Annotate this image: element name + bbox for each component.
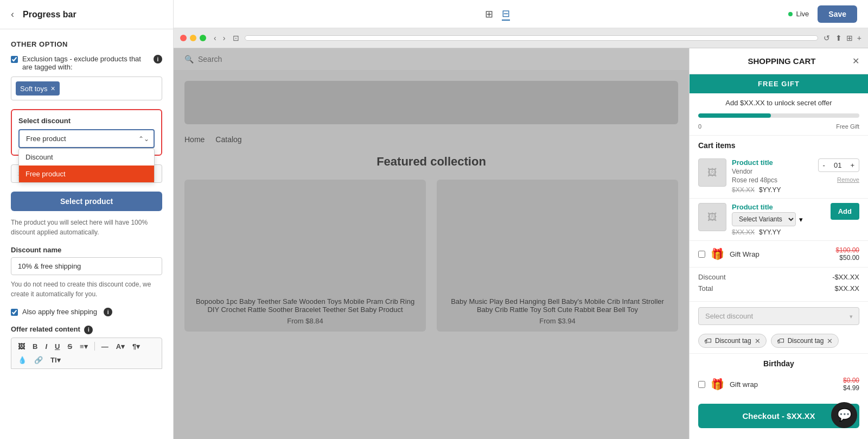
toolbar-link-btn[interactable]: 🔗 [32, 355, 45, 365]
toolbar-underline-btn[interactable]: U [53, 341, 62, 352]
qty-value-1: 01 [829, 159, 846, 171]
select-discount-label: Select discount [18, 117, 155, 125]
other-option-label: OTHER OPTION [11, 40, 162, 48]
browser-share-btn[interactable]: ⬆ [835, 34, 842, 42]
tablet-icon[interactable]: ⊞ [485, 8, 493, 20]
top-bar: ⊞ ⊟ Live Save [174, 0, 868, 28]
cart-discount-select[interactable]: Select discount [698, 307, 859, 325]
cart-progress-labels: 0 Free Gift [690, 121, 868, 135]
sidebar-title: Progress bar [23, 10, 76, 20]
free-shipping-info-icon: i [104, 308, 112, 316]
live-label: Live [796, 10, 809, 18]
discount-label: Discount [698, 273, 726, 281]
gift-wrap2-original-price: $0.00 [843, 377, 859, 384]
chat-bubble[interactable]: 💬 [831, 402, 857, 428]
discount-row: Discount -$XX.XX [698, 273, 859, 281]
browser-url-bar[interactable] [245, 35, 818, 41]
variant-select-2[interactable]: Select Variants [732, 212, 796, 226]
browser-back-btn[interactable]: ‹ [212, 33, 219, 43]
browser-copy-btn[interactable]: ⊞ [846, 34, 853, 42]
discount-tags: 🏷 Discount tag ✕ 🏷 Discount tag ✕ [690, 330, 868, 353]
select-discount-control[interactable]: Discount Free product [18, 129, 155, 148]
birthday-section-title: Birthday [698, 359, 859, 368]
exclusion-tags-label: Exclusion tags - exclude products that a… [22, 55, 147, 71]
browser-add-btn[interactable]: + [857, 34, 861, 42]
discount-tag-2-close[interactable]: ✕ [827, 337, 833, 345]
discount-tag-1-close[interactable]: ✕ [755, 337, 761, 345]
toolbar-drop-btn[interactable]: 💧 [16, 355, 29, 365]
toolbar-ti-btn[interactable]: TI▾ [48, 355, 63, 365]
toolbar-italic-btn[interactable]: I [43, 341, 49, 352]
total-row: Total $XX.XX [698, 284, 859, 292]
toolbar-bold-btn[interactable]: B [30, 341, 40, 352]
tl-red[interactable] [180, 35, 187, 41]
back-button[interactable]: ‹ [11, 9, 14, 20]
store-overlay [174, 48, 689, 439]
cart-item-2-original-price: $XX.XX [732, 228, 755, 236]
tl-yellow[interactable] [190, 35, 196, 41]
cart-item-1-variant: Rose red 48pcs [732, 176, 813, 184]
cart-item-1: 🖼 Product title Vendor Rose red 48pcs $X… [690, 154, 868, 199]
toolbar-align-btn[interactable]: ≡▾ [78, 341, 90, 352]
toolbar-image-btn[interactable]: 🖼 [16, 341, 27, 352]
browser-expand-btn[interactable]: ⊡ [233, 34, 239, 42]
gift2-icon: 🎁 [711, 378, 724, 391]
save-button[interactable]: Save [818, 5, 857, 23]
chevron-variant-icon: ▾ [799, 215, 803, 224]
qty-plus-btn-1[interactable]: + [846, 159, 859, 171]
discount-name-input[interactable] [11, 257, 162, 275]
qty-minus-btn-1[interactable]: - [819, 159, 829, 171]
cart-item-1-vendor: Vendor [732, 168, 813, 175]
toolbar-font-color-btn[interactable]: A▾ [114, 341, 127, 352]
cart-item-1-remove[interactable]: Remove [837, 176, 859, 183]
exclusion-tags-info-icon: i [154, 55, 162, 63]
gift-wrap-label: Gift Wrap [730, 250, 831, 258]
tag-area: Soft toys × [11, 77, 162, 100]
cart-item-2-title: Product title [732, 203, 825, 211]
exclusion-tags-checkbox[interactable] [11, 56, 18, 63]
cart-progress-bar [698, 113, 859, 118]
gift-wrap-checkbox[interactable] [698, 251, 705, 258]
cart-gift-wrap: 🎁 Gift Wrap $100.00 $50.00 [690, 241, 868, 268]
product-helper-text: The product you will select here will ha… [11, 218, 162, 237]
sidebar-header: ‹ Progress bar [0, 0, 173, 29]
tag-label: Soft toys [20, 85, 48, 93]
gift-wrap2-prices: $0.00 $4.99 [843, 377, 859, 392]
free-shipping-checkbox[interactable] [11, 309, 18, 316]
top-bar-right: Live Save [788, 5, 857, 23]
live-dot [788, 12, 793, 16]
free-shipping-label: Also apply free shipping [22, 308, 97, 316]
toolbar-strikethrough-btn[interactable]: S [65, 341, 74, 352]
cart-item-1-details: Product title Vendor Rose red 48pcs $XX.… [732, 158, 813, 194]
discount-value: -$XX.XX [832, 273, 859, 281]
select-discount-section: Select discount Discount Free product ⌃⌄… [11, 109, 162, 156]
discount-name-label: Discount name [11, 246, 162, 254]
cart-discount-arrow-icon: ▾ [850, 313, 853, 320]
cart-item-2-image: 🖼 [698, 203, 726, 231]
dropdown-item-free-product[interactable]: Free product [19, 166, 154, 182]
cart-header: SHOPPING CART ✕ [690, 48, 868, 74]
gift-wrap2-checkbox[interactable] [698, 381, 705, 388]
store-content: 🔍 Search Home Catalog Featured collectio… [174, 48, 689, 439]
browser-chrome: ‹ › ⊡ ↺ ⬆ ⊞ + [174, 28, 868, 48]
main-content: ⊞ ⊟ Live Save ‹ › ⊡ ↺ ⬆ ⊞ + [174, 0, 868, 439]
gift-icon: 🎁 [711, 247, 724, 260]
dropdown-item-discount[interactable]: Discount [19, 149, 154, 166]
cart-item-2: 🖼 Product title Select Variants ▾ $XX.XX… [690, 199, 868, 241]
total-label: Total [698, 284, 713, 292]
tag-remove-btn[interactable]: × [51, 85, 55, 92]
browser-forward-btn[interactable]: › [221, 33, 228, 43]
discount-tag-1-icon: 🏷 [704, 336, 712, 345]
desktop-icon[interactable]: ⊟ [502, 8, 510, 21]
cart-close-button[interactable]: ✕ [852, 56, 859, 66]
toolbar-paragraph-btn[interactable]: ¶▾ [130, 341, 142, 352]
add-to-cart-btn-2[interactable]: Add [831, 203, 859, 220]
exclusion-tags-row: Exclusion tags - exclude products that a… [11, 55, 162, 71]
browser-reload-btn[interactable]: ↺ [824, 34, 830, 42]
select-product-button[interactable]: Select product [11, 192, 162, 211]
sidebar-content: OTHER OPTION Exclusion tags - exclude pr… [0, 29, 173, 380]
toolbar-dash-btn[interactable]: — [99, 341, 111, 352]
offer-related-section: Offer related content i 🖼 B I U S ≡▾ — A… [11, 325, 162, 369]
tl-green[interactable] [200, 35, 206, 41]
editor-toolbar: 🖼 B I U S ≡▾ — A▾ ¶▾ 💧 🔗 TI▾ [11, 338, 162, 369]
